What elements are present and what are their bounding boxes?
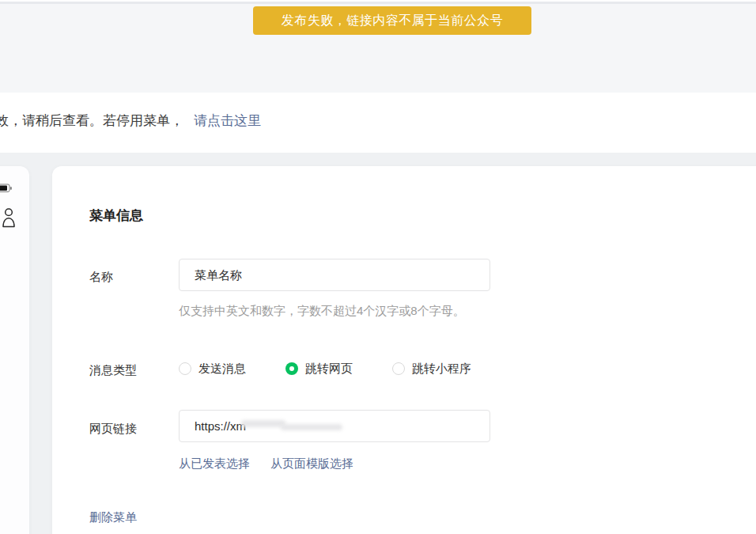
radio-checked-icon[interactable] xyxy=(285,362,298,375)
menu-info-panel: 菜单信息 名称 菜单名称 仅支持中英文和数字，字数不超过4个汉字或8个字母。 消… xyxy=(52,166,756,534)
radio-unchecked-icon[interactable] xyxy=(179,362,191,375)
name-helper-text: 仅支持中英文和数字，字数不超过4个汉字或8个字母。 xyxy=(179,304,465,319)
url-source-links: 从已发表选择 从页面模版选择 xyxy=(179,456,353,472)
radio-jump-miniprogram[interactable]: 跳转小程序 xyxy=(392,362,471,377)
menu-name-input[interactable]: 菜单名称 xyxy=(179,259,490,291)
delete-menu-link[interactable]: 删除菜单 xyxy=(89,510,137,525)
workspace: 菜单信息 名称 菜单名称 仅支持中英文和数字，字数不超过4个汉字或8个字母。 消… xyxy=(0,153,756,534)
radio-unchecked-icon[interactable] xyxy=(392,362,405,375)
panel-title: 菜单信息 xyxy=(89,206,143,225)
radio-label: 跳转网页 xyxy=(305,362,353,377)
url-input[interactable]: https://xm xyxy=(179,410,490,442)
redacted-url-smudge xyxy=(241,420,285,427)
error-toast: 发布失败，链接内容不属于当前公众号 xyxy=(253,6,531,35)
battery-icon xyxy=(0,182,12,196)
person-icon[interactable] xyxy=(2,207,16,233)
radio-label: 发送消息 xyxy=(198,362,246,377)
message-type-label: 消息类型 xyxy=(89,363,137,378)
name-label: 名称 xyxy=(89,270,113,285)
redacted-url-smudge xyxy=(281,424,342,430)
radio-jump-webpage[interactable]: 跳转网页 xyxy=(285,362,353,377)
phone-preview-panel xyxy=(0,166,29,534)
select-from-published-link[interactable]: 从已发表选择 xyxy=(179,456,250,472)
message-type-radio-group: 发送消息 跳转网页 跳转小程序 xyxy=(179,356,471,381)
url-label: 网页链接 xyxy=(89,422,137,437)
disable-menu-link[interactable]: 请点击这里 xyxy=(194,113,261,128)
radio-label: 跳转小程序 xyxy=(412,362,471,377)
select-from-template-link[interactable]: 从页面模版选择 xyxy=(270,456,353,472)
url-value: https://xm xyxy=(195,419,246,433)
notice-bar: 效，请稍后查看。若停用菜单，请点击这里 xyxy=(0,93,756,153)
notice-text: 效，请稍后查看。若停用菜单， xyxy=(0,113,183,128)
radio-send-message[interactable]: 发送消息 xyxy=(179,362,246,377)
